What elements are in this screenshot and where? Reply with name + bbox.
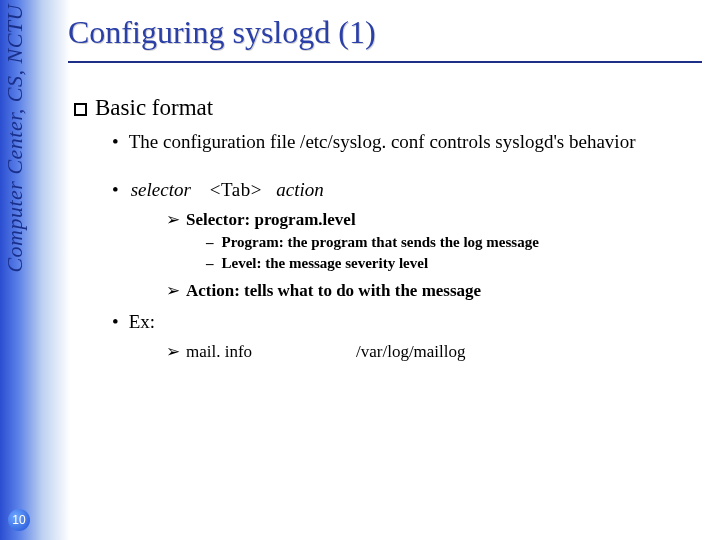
arrow-bullet-icon: ➢ xyxy=(166,210,180,229)
subsub-text: Level: the message severity level xyxy=(222,255,429,271)
subsub-level: –Level: the message severity level xyxy=(68,255,702,272)
example-selector: mail. info xyxy=(186,342,356,362)
bullet-example: •Ex: xyxy=(68,311,702,333)
sub-action-heading: ➢Action: tells what to do with the messa… xyxy=(68,280,702,301)
title-divider xyxy=(68,61,702,63)
bullet-dot-icon: • xyxy=(112,179,119,200)
page-number-badge: 10 xyxy=(8,509,30,531)
bullet-text: Ex: xyxy=(129,311,155,332)
content-area: Configuring syslogd (1) Basic format •Th… xyxy=(68,14,702,362)
example-action: /var/log/maillog xyxy=(356,342,466,361)
slide-body: Basic format •The configuration file /et… xyxy=(68,95,702,362)
tab-separator: <Tab> xyxy=(210,179,262,200)
heading-basic-format: Basic format xyxy=(68,95,702,121)
bullet-text: The configuration file /etc/syslog. conf… xyxy=(129,131,636,152)
selector-word: selector xyxy=(131,179,191,200)
subsub-program: –Program: the program that sends the log… xyxy=(68,234,702,251)
bullet-selector-action: •selector <Tab> action xyxy=(68,179,702,201)
arrow-bullet-icon: ➢ xyxy=(166,342,180,361)
sidebar-org-text: Computer Center, CS, NCTU xyxy=(2,4,28,273)
sub-selector-heading: ➢Selector: program.level xyxy=(68,209,702,230)
slide-title: Configuring syslogd (1) xyxy=(68,14,702,51)
slide: Computer Center, CS, NCTU 10 Configuring… xyxy=(0,0,720,540)
example-line: ➢mail. info/var/log/maillog xyxy=(68,341,702,362)
dash-bullet-icon: – xyxy=(206,255,214,271)
sub-text: Selector: program.level xyxy=(186,210,356,229)
bullet-config-file: •The configuration file /etc/syslog. con… xyxy=(68,131,702,153)
bullet-dot-icon: • xyxy=(112,131,119,152)
subsub-text: Program: the program that sends the log … xyxy=(222,234,539,250)
dash-bullet-icon: – xyxy=(206,234,214,250)
action-word: action xyxy=(276,179,324,200)
bullet-dot-icon: • xyxy=(112,311,119,332)
heading-text: Basic format xyxy=(95,95,213,120)
square-bullet-icon xyxy=(74,103,87,116)
arrow-bullet-icon: ➢ xyxy=(166,281,180,300)
sub-text: Action: tells what to do with the messag… xyxy=(186,281,481,300)
